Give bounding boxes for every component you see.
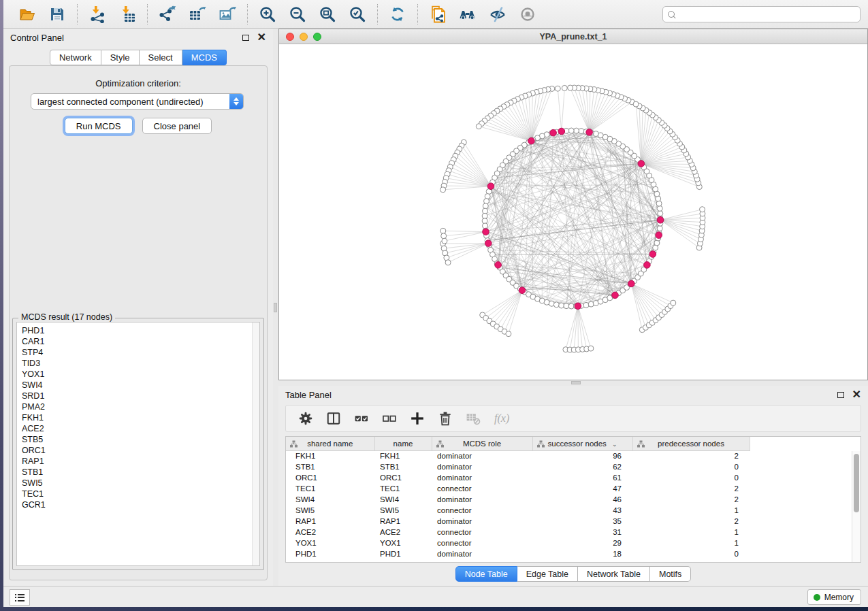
criterion-value: largest connected component (undirected) [37,97,204,107]
cell-MCDS-role: connector [432,505,532,516]
tab-network[interactable]: Network [50,50,101,65]
tab-motifs[interactable]: Motifs [650,566,691,582]
mcds-result-item[interactable]: STB5 [22,434,250,445]
table-row[interactable]: ACE2ACE2connector311 [286,527,750,538]
close-panel-button[interactable]: Close panel [142,118,212,134]
search-box[interactable] [662,6,861,22]
mcds-result-item[interactable]: YOX1 [22,369,250,380]
cell-successor-nodes: 46 [532,494,632,505]
close-window-icon[interactable] [286,33,294,41]
criterion-dropdown[interactable]: largest connected component (undirected) [31,93,244,110]
cell-MCDS-role: dominator [432,516,532,527]
table-settings-icon[interactable] [298,411,313,426]
table-row[interactable]: RAP1RAP1dominator352 [286,516,750,527]
show-all-icon[interactable] [518,5,537,24]
network-titlebar[interactable]: YPA_prune.txt_1 [279,29,867,44]
tab-select[interactable]: Select [140,50,182,65]
column-header-shared-name[interactable]: shared name [286,437,374,450]
zoom-window-icon[interactable] [313,33,321,41]
vertical-splitter[interactable] [273,29,278,586]
search-icon [668,11,675,18]
mcds-result-item[interactable]: PMA2 [22,401,250,412]
column-header-MCDS-role[interactable]: MCDS role [432,437,532,450]
table-scrollbar-thumb[interactable] [854,454,859,512]
minimize-window-icon[interactable] [300,33,308,41]
horizontal-splitter[interactable] [278,380,868,386]
tab-mcds[interactable]: MCDS [182,50,227,65]
split-panel-icon[interactable] [326,411,341,426]
cell-predecessor-nodes: 1 [632,527,750,538]
network-graph-canvas[interactable] [279,44,867,380]
open-file-icon[interactable] [18,5,37,24]
cell-shared-name: STB1 [286,461,374,472]
import-table-icon[interactable] [118,5,137,24]
table-row[interactable]: STB1STB1dominator620 [286,461,750,472]
cell-name: PHD1 [374,548,432,559]
add-entry-icon[interactable] [410,411,425,426]
export-image-icon[interactable] [218,5,237,24]
memory-button[interactable]: Memory [807,589,861,605]
export-table-icon[interactable] [188,5,207,24]
mcds-result-item[interactable]: SRD1 [22,391,250,401]
mcds-list-scrollbar[interactable] [252,323,259,565]
table-row[interactable]: FKH1FKH1dominator962 [286,450,750,461]
zoom-out-icon[interactable] [288,5,307,24]
zoom-fit-icon[interactable] [318,5,337,24]
mcds-result-item[interactable]: ORC1 [22,445,250,456]
tab-node-table[interactable]: Node Table [455,566,517,582]
first-neighbors-icon[interactable] [458,5,477,24]
cell-successor-nodes: 35 [532,516,632,527]
tab-style[interactable]: Style [101,50,140,65]
search-input[interactable] [675,7,860,21]
table-row[interactable]: ORC1ORC1dominator610 [286,472,750,483]
cell-MCDS-role: connector [432,538,532,548]
traffic-lights [286,33,321,41]
run-mcds-button[interactable]: Run MCDS [65,118,133,134]
close-panel-icon[interactable]: ✕ [257,34,266,41]
column-header-predecessor-nodes[interactable]: predecessor nodes [632,437,750,450]
mcds-result-item[interactable]: GCR1 [22,499,250,510]
table-row[interactable]: YOX1YOX1connector291 [286,538,750,548]
save-session-icon[interactable] [48,5,67,24]
export-network-icon[interactable] [158,5,177,24]
zoom-in-icon[interactable] [258,5,277,24]
float-panel-icon[interactable] [837,392,844,398]
table-row[interactable]: SWI4SWI4dominator462 [286,494,750,505]
table-row[interactable]: TEC1TEC1connector472 [286,483,750,494]
cell-name: RAP1 [374,516,432,527]
mcds-tab-content: Optimization criterion: largest connecte… [9,65,268,580]
new-network-from-selection-icon[interactable] [428,5,447,24]
mcds-result-item[interactable]: SWI5 [22,478,250,489]
mcds-result-item[interactable]: STP4 [22,347,250,358]
select-all-icon[interactable] [354,411,369,426]
mcds-result-item[interactable]: FKH1 [22,412,250,423]
import-network-icon[interactable] [88,5,107,24]
mcds-result-item[interactable]: STB1 [22,467,250,478]
mcds-result-item[interactable]: RAP1 [22,456,250,467]
float-panel-icon[interactable] [242,35,249,41]
mcds-result-item[interactable]: SWI4 [22,380,250,391]
tab-network-table[interactable]: Network Table [578,566,650,582]
table-scrollbar[interactable] [852,451,861,562]
deselect-all-icon[interactable] [382,411,397,426]
mcds-result-item[interactable]: PHD1 [22,325,250,336]
table-row[interactable]: PHD1PHD1dominator180 [286,548,750,559]
mcds-result-list[interactable]: PHD1CAR1STP4TID3YOX1SWI4SRD1PMA2FKH1ACE2… [16,322,260,566]
table-row[interactable]: SWI5SWI5connector431 [286,505,750,516]
task-history-button[interactable] [10,589,30,606]
zoom-selected-icon[interactable] [348,5,367,24]
mcds-result-item[interactable]: ACE2 [22,423,250,434]
mcds-result-item[interactable]: CAR1 [22,336,250,347]
mcds-result-item[interactable]: TEC1 [22,489,250,499]
column-header-successor-nodes[interactable]: successor nodes⌄ [532,437,632,450]
delete-entry-icon[interactable] [438,411,453,426]
cell-predecessor-nodes: 0 [632,472,750,483]
mcds-result-item[interactable]: TID3 [22,358,250,369]
close-panel-icon[interactable]: ✕ [852,391,861,398]
hide-selected-icon[interactable] [488,5,507,24]
splitter-handle[interactable] [571,381,581,384]
column-header-name[interactable]: name [374,437,432,450]
refresh-layout-icon[interactable] [388,5,407,24]
tab-edge-table[interactable]: Edge Table [517,566,578,582]
splitter-handle[interactable] [274,303,277,312]
